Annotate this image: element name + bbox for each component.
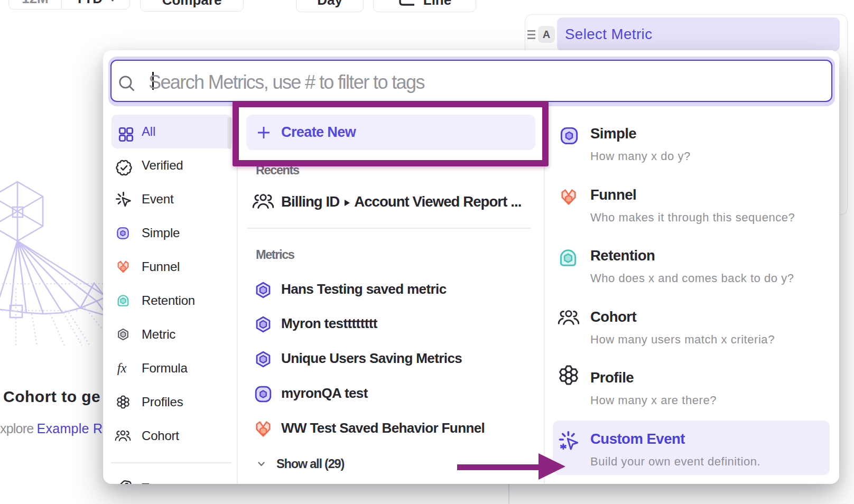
- svg-text:fx: fx: [117, 361, 127, 375]
